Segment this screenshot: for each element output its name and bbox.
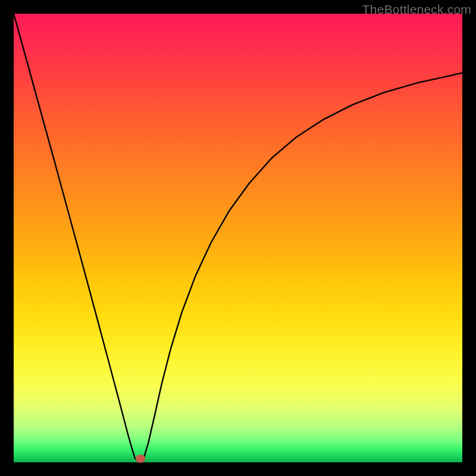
optimal-point-marker: [136, 455, 145, 463]
bottleneck-curve: [14, 14, 462, 462]
plot-frame: [14, 14, 462, 462]
watermark-text: TheBottleneck.com: [362, 2, 471, 17]
plot-area: [14, 14, 462, 462]
